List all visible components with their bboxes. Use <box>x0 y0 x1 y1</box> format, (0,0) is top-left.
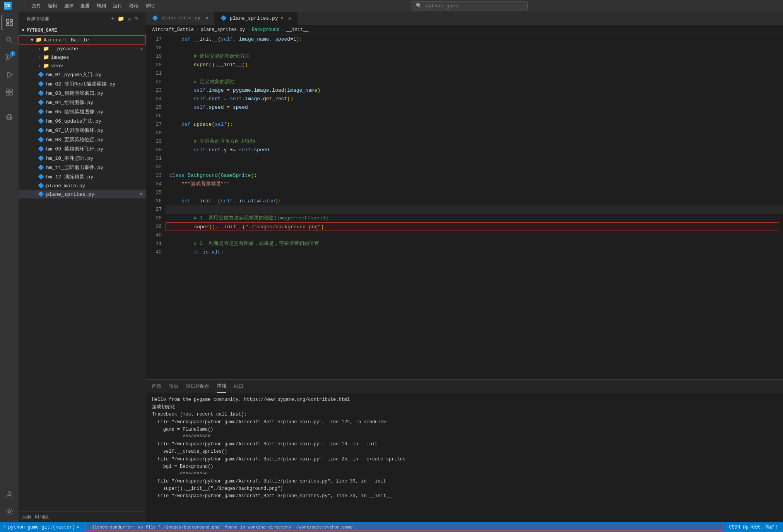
collapse-icon[interactable]: ⊟ <box>135 15 138 22</box>
python-icon-14: 🔷 <box>38 191 44 197</box>
tab-plane-sprites[interactable]: 🔷 plane_sprites.py M ✕ <box>215 12 297 25</box>
menu-goto[interactable]: 转到 <box>97 3 106 9</box>
menu-edit[interactable]: 编辑 <box>48 3 57 9</box>
code-line-34: """游戏背景精灵""" <box>166 180 783 188</box>
new-folder-icon[interactable]: 📁 <box>118 15 125 22</box>
tree-folder-aircraft-battle[interactable]: ▼ 📁 Aircraft_Battle <box>19 35 146 44</box>
tree-file-hm01[interactable]: 🔷 hm_01_pygame入门.py <box>19 70 146 79</box>
menu-run[interactable]: 运行 <box>113 3 122 9</box>
tree-file-plane-sprites[interactable]: 🔷 plane_sprites.py M <box>19 190 146 198</box>
folder-arrow-icon: ▼ <box>31 37 34 43</box>
tree-file-hm03[interactable]: 🔷 hm_03_创建游戏窗口.py <box>19 89 146 98</box>
breadcrumb-item-0[interactable]: Aircraft_Battle <box>152 27 194 33</box>
panel-tab-ports[interactable]: 端口 <box>234 380 243 393</box>
code-line-35 <box>166 188 783 197</box>
code-line-29: # 在屏幕的垂直方向上移动 <box>166 137 783 146</box>
menu-view[interactable]: 查看 <box>80 3 90 9</box>
svg-point-8 <box>7 58 9 60</box>
tree-folder-venv[interactable]: › 📁 venv <box>19 62 146 70</box>
git-branch-label: python_game git:(master) <box>8 525 75 530</box>
breadcrumb-item-3[interactable]: __init__ <box>286 27 309 33</box>
code-line-37 <box>166 205 783 214</box>
activity-debug[interactable] <box>2 67 17 82</box>
panel-tab-debug[interactable]: 调试控制台 <box>186 380 209 393</box>
line-numbers: 17 18 19 20 21 22 23 24 25 26 27 28 29 3… <box>146 34 166 379</box>
tree-file-hm02[interactable]: 🔷 hm_02_使用Rect描述英雄.py <box>19 79 146 89</box>
panel-tab-output[interactable]: 输出 <box>169 380 178 393</box>
ln-27: 27 <box>146 120 162 129</box>
code-line-38: # 1. 调用父类方法实现精灵的创建(image/rect/speed) <box>166 214 783 222</box>
tree-file-hm12[interactable]: 🔷 hm_12_演练精灵.py <box>19 172 146 181</box>
ln-31: 31 <box>146 154 162 163</box>
activity-accounts[interactable] <box>2 486 17 502</box>
terminal-line-10: ^^^^^^^^^^ <box>152 470 777 478</box>
tab-plane-main-close[interactable]: ✕ <box>205 15 208 21</box>
statusbar-git[interactable]: ⑂ python_game git:(master) ✗ <box>4 524 79 530</box>
breadcrumb-item-2[interactable]: Background <box>252 27 280 33</box>
menu-help[interactable]: 帮助 <box>145 3 155 9</box>
tree-file-plane-main[interactable]: 🔷 plane_main.py <box>19 181 146 190</box>
tab-bar: 🔷 plane_main.py ✕ 🔷 plane_sprites.py M ✕ <box>146 12 783 25</box>
file-label-hm10: hm_10_事件监听.py <box>46 155 93 162</box>
tree-folder-images[interactable]: › 📁 images <box>19 53 146 62</box>
panel-tab-terminal[interactable]: 终端 <box>217 380 226 393</box>
panel: 问题 输出 调试控制台 终端 端口 Hello from the pygame … <box>146 379 783 522</box>
menu-select[interactable]: 选择 <box>64 3 74 9</box>
refresh-icon[interactable]: ↻ <box>128 15 131 22</box>
terminal-line-13: File "/workspace/python_game/Aircraft_Ba… <box>152 493 777 500</box>
ln-39: 39 <box>146 222 162 231</box>
tree-file-hm09[interactable]: 🔷 hm_09_英雄循环飞行.py <box>19 144 146 154</box>
timeline-link[interactable]: 时间线 <box>35 514 49 520</box>
tree-file-hm08[interactable]: 🔷 hm_08_更新英雄位置.py <box>19 135 146 144</box>
code-line-40 <box>166 231 783 239</box>
tree-file-hm10[interactable]: 🔷 hm_10_事件监听.py <box>19 154 146 163</box>
statusbar-error-indicator[interactable]: FileNotFoundError: No file './images/bac… <box>85 524 723 531</box>
menu-file[interactable]: 文件 <box>32 3 41 9</box>
activity-extensions[interactable] <box>2 84 17 100</box>
tab-plane-main[interactable]: 🔷 plane_main.py ✕ <box>146 12 215 25</box>
activity-search[interactable] <box>2 32 17 48</box>
tree-file-hm11[interactable]: 🔷 hm_11_监听退出事件.py <box>19 163 146 172</box>
search-text: python_game <box>425 3 458 9</box>
tree-file-hm04[interactable]: 🔷 hm_04_绘制图像.py <box>19 98 146 107</box>
search-bar[interactable]: 🔍 python_game <box>412 1 528 10</box>
file-label-hm11: hm_11_监听退出事件.py <box>46 164 103 171</box>
menu-terminal[interactable]: 终端 <box>129 3 138 9</box>
tree-file-hm05[interactable]: 🔷 hm_05_绘制英雄图像.py <box>19 107 146 116</box>
code-line-36: def __init__(self, is_alt=False): <box>166 197 783 205</box>
svg-rect-0 <box>7 19 9 22</box>
terminal-line-11: File "/workspace/python_game/Aircraft_Ba… <box>152 478 777 485</box>
nav-forward[interactable]: → <box>22 3 26 9</box>
svg-marker-9 <box>8 72 12 77</box>
statusbar-csdn[interactable]: CSDN @p-明天，你好！ <box>729 524 779 530</box>
code-content[interactable]: def __init__(self, image_name, speed=1):… <box>166 34 783 379</box>
tree-file-hm06[interactable]: 🔷 hm_06_update方法.py <box>19 116 146 126</box>
tree-root-python-game[interactable]: ▼ PYTHON_GAME <box>19 26 146 35</box>
file-label-plane-sprites: plane_sprites.py <box>46 192 94 197</box>
git-icon: ⑂ <box>4 525 7 530</box>
sidebar-actions: + 📁 ↻ ⊟ <box>111 15 138 22</box>
code-editor[interactable]: 17 18 19 20 21 22 23 24 25 26 27 28 29 3… <box>146 34 783 379</box>
ln-32: 32 <box>146 163 162 171</box>
svg-point-4 <box>7 37 10 41</box>
terminal-line-4: game = PlaneGame() <box>152 426 777 433</box>
ln-42: 42 <box>146 248 162 257</box>
file-label-hm01: hm_01_pygame入门.py <box>46 71 101 78</box>
activity-explorer[interactable] <box>2 15 17 30</box>
code-line-31 <box>166 154 783 163</box>
activity-remote[interactable] <box>2 109 17 125</box>
panel-tab-problems[interactable]: 问题 <box>152 380 161 393</box>
outline-link[interactable]: 大纲 <box>22 514 31 520</box>
tree-file-hm07[interactable]: 🔷 hm_07_认识游戏循环.py <box>19 126 146 135</box>
tree-folder-pycache[interactable]: › 📁 __pycache__ ● <box>19 44 146 53</box>
tab-modified-indicator: M <box>281 16 284 21</box>
activity-source-control[interactable]: 2 <box>2 50 17 65</box>
search-icon: 🔍 <box>416 3 422 9</box>
activity-settings[interactable] <box>2 504 17 519</box>
terminal-content[interactable]: Hello from the pygame community. https:/… <box>146 393 783 522</box>
nav-back[interactable]: ← <box>17 3 21 9</box>
new-file-icon[interactable]: + <box>111 15 115 22</box>
tab-plane-sprites-close[interactable]: ✕ <box>288 15 291 22</box>
breadcrumb-item-1[interactable]: plane_sprites.py <box>200 27 245 33</box>
file-label-hm05: hm_05_绘制英雄图像.py <box>46 108 103 115</box>
